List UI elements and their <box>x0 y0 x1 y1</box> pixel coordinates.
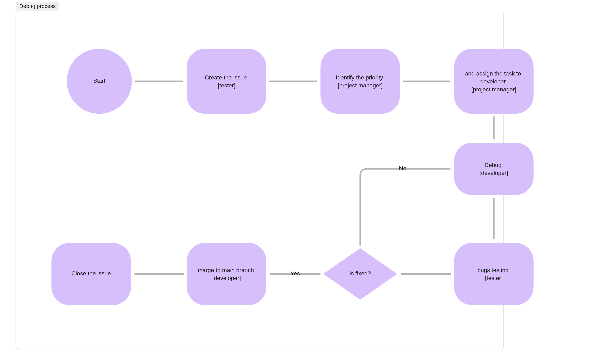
node-merge-label1: marge to main branch <box>198 267 254 273</box>
node-debug-label1: Debug <box>484 162 501 168</box>
node-merge: marge to main branch [developer] <box>187 243 266 305</box>
node-is-fixed-label: is fixed? <box>349 270 371 277</box>
flowchart-svg: Start Create the issue [tester] Identify… <box>0 0 598 364</box>
svg-rect-14 <box>187 243 266 305</box>
edge-isfixed-no <box>360 169 450 246</box>
svg-rect-2 <box>187 49 266 114</box>
node-identify-label2: [project manager] <box>338 82 382 89</box>
svg-text:is fixed?: is fixed? <box>349 270 371 277</box>
node-create-issue-label2: [tester] <box>218 82 235 89</box>
svg-rect-8 <box>454 143 533 195</box>
node-bugs-label1: bugs testing <box>477 267 509 273</box>
node-close: Close the issue <box>51 243 131 305</box>
svg-rect-4 <box>321 49 400 114</box>
node-assign-label2: developer <box>480 78 506 85</box>
node-assign-task: and assign the task to developer [projec… <box>454 49 533 114</box>
svg-rect-10 <box>454 243 533 305</box>
edge-label-no: No <box>399 165 407 172</box>
node-bugs-label2: [tester] <box>485 275 503 281</box>
node-bugs-testing: bugs testing [tester] <box>454 243 533 305</box>
node-identify-label1: Identify the priority <box>336 74 383 81</box>
node-close-label: Close the issue <box>72 270 111 277</box>
node-is-fixed: is fixed? <box>323 248 397 300</box>
node-start: Start <box>67 49 132 114</box>
node-assign-label1: and assign the task to <box>465 70 521 77</box>
diagram-title-chip: Debug process <box>16 2 59 10</box>
node-create-issue: Create the issue [tester] <box>187 49 266 114</box>
diagram-title-text: Debug process <box>19 3 56 9</box>
node-create-issue-label1: Create the issue <box>205 74 247 81</box>
svg-text:Close the issue: Close the issue <box>72 270 111 277</box>
node-merge-label2: [developer] <box>212 275 241 281</box>
node-start-label: Start <box>93 77 105 84</box>
node-debug: Debug [developer] <box>454 143 533 195</box>
node-debug-label2: [developer] <box>480 170 508 176</box>
svg-text:Start: Start <box>93 77 105 84</box>
node-assign-label3: [project manager] <box>471 86 516 93</box>
svg-text:Identify the priority
      [p: Identify the priority [project manager] <box>336 73 385 89</box>
node-identify-priority: Identify the priority [project manager] <box>321 49 400 114</box>
edge-label-yes: Yes <box>291 270 300 277</box>
